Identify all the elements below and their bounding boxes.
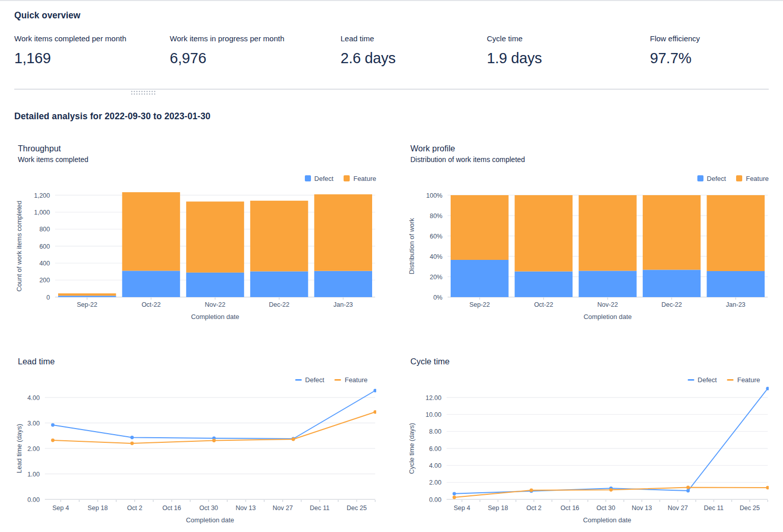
x-tick-label: Sep-22 bbox=[77, 301, 97, 308]
point-feature-dec-1 bbox=[686, 486, 690, 489]
y-tick-label: 12.00 bbox=[426, 394, 441, 402]
bar-oct-22-defect bbox=[122, 271, 180, 297]
throughput-chart-canvas: 02004006008001,0001,200Sep-22Oct-22Nov-2… bbox=[14, 185, 376, 324]
line-defect bbox=[53, 391, 375, 439]
lead-time-legend: DefectFeature bbox=[14, 375, 368, 384]
x-tick-label: Nov 13 bbox=[632, 504, 652, 512]
kpi-row: Work items completed per month 1,169 Wor… bbox=[14, 34, 769, 67]
bar-oct-22-feature bbox=[515, 195, 573, 272]
y-tick-label: 400 bbox=[39, 260, 50, 267]
x-axis-title: Completion date bbox=[191, 313, 240, 321]
legend-item-feature[interactable]: Feature bbox=[727, 376, 760, 384]
bar-dec-22-defect bbox=[643, 270, 701, 297]
x-axis-title: Completion date bbox=[584, 313, 632, 321]
lead-time-card: Lead time DefectFeature 0.001.002.003.00… bbox=[14, 356, 376, 525]
bar-sep-22-feature bbox=[451, 195, 509, 260]
quick-overview-title: Quick overview bbox=[14, 10, 769, 21]
y-tick-label: 4.00 bbox=[429, 462, 441, 469]
point-feature-sep-1 bbox=[51, 439, 55, 442]
y-tick-label: 10.00 bbox=[426, 411, 441, 418]
defect-swatch-icon bbox=[295, 379, 302, 381]
kpi-value: 2.6 days bbox=[341, 50, 487, 67]
legend-label: Feature bbox=[345, 376, 368, 384]
legend-label: Feature bbox=[737, 376, 760, 384]
x-tick-label: Dec-22 bbox=[269, 301, 289, 308]
legend-item-defect[interactable]: Defect bbox=[305, 175, 334, 182]
lead-time-chart-canvas: 0.001.002.003.004.00Sep 4Sep 18Oct 2Oct … bbox=[14, 386, 376, 525]
x-tick-label: Dec 11 bbox=[310, 504, 330, 512]
x-tick-label: Nov 27 bbox=[273, 504, 293, 512]
chart-title: Work profile bbox=[410, 143, 769, 153]
x-tick-label: Oct 2 bbox=[127, 504, 142, 512]
y-tick-label: 800 bbox=[39, 226, 50, 233]
point-feature-oct-1 bbox=[530, 489, 533, 492]
x-tick-label: Sep-22 bbox=[469, 301, 490, 308]
legend-item-defect[interactable]: Defect bbox=[295, 376, 325, 384]
drag-handle-icon[interactable] bbox=[130, 90, 156, 95]
bar-jan-23-feature bbox=[314, 194, 372, 271]
y-tick-label: 2.00 bbox=[429, 479, 441, 486]
detailed-analysis-title: Detailed analysis for 2022-09-30 to 2023… bbox=[14, 111, 769, 122]
throughput-card: Throughput Work items completed DefectFe… bbox=[14, 143, 376, 324]
y-axis-title: Lead time (days) bbox=[15, 424, 23, 473]
chart-title: Cycle time bbox=[410, 356, 769, 366]
bar-jan-23-feature bbox=[707, 195, 765, 271]
bar-nov-22-defect bbox=[579, 271, 637, 297]
section-divider bbox=[14, 89, 769, 96]
y-axis-title: Cycle time (days) bbox=[408, 423, 415, 474]
y-tick-label: 60% bbox=[430, 233, 442, 240]
y-axis-title: Count of work items completed bbox=[15, 201, 23, 291]
x-tick-label: Sep 4 bbox=[53, 504, 69, 512]
bar-sep-22-defect bbox=[58, 296, 116, 297]
legend-item-defect[interactable]: Defect bbox=[688, 376, 717, 384]
y-tick-label: 600 bbox=[39, 243, 50, 250]
feature-swatch-icon bbox=[334, 379, 341, 381]
point-defect-oct-1 bbox=[130, 436, 134, 439]
work-profile-legend: DefectFeature bbox=[407, 174, 769, 183]
legend-item-defect[interactable]: Defect bbox=[697, 175, 726, 182]
legend-item-feature[interactable]: Feature bbox=[334, 376, 368, 384]
dashboard-page: Quick overview Work items completed per … bbox=[0, 1, 783, 525]
point-defect-dec-1 bbox=[686, 489, 690, 493]
kpi-flow-efficiency: Flow efficiency 97.7% bbox=[650, 34, 769, 67]
x-tick-label: Jan-23 bbox=[726, 301, 745, 308]
legend-item-feature[interactable]: Feature bbox=[344, 175, 376, 182]
y-axis-title: Distribution of work bbox=[408, 218, 415, 274]
x-tick-label: Dec 25 bbox=[347, 504, 367, 512]
point-feature-oct-1 bbox=[130, 442, 134, 445]
bar-nov-22-feature bbox=[579, 195, 637, 271]
x-tick-label: Oct 16 bbox=[561, 504, 580, 512]
kpi-value: 1,169 bbox=[14, 50, 170, 67]
x-tick-label: Nov 27 bbox=[668, 504, 688, 512]
y-tick-label: 40% bbox=[430, 253, 442, 260]
x-axis-title: Completion date bbox=[583, 516, 632, 524]
throughput-legend: DefectFeature bbox=[14, 174, 376, 183]
x-tick-label: Nov-22 bbox=[205, 301, 225, 308]
x-tick-label: Oct 2 bbox=[526, 504, 541, 512]
kpi-value: 6,976 bbox=[170, 50, 341, 67]
legend-label: Defect bbox=[698, 376, 717, 384]
bar-sep-22-feature bbox=[58, 294, 116, 296]
legend-label: Feature bbox=[353, 175, 376, 182]
x-tick-label: Sep 18 bbox=[488, 504, 508, 512]
point-defect-sep-1 bbox=[51, 423, 55, 427]
x-tick-label: Dec-22 bbox=[661, 301, 682, 308]
bar-dec-22-feature bbox=[643, 195, 701, 270]
kpi-label: Lead time bbox=[341, 34, 487, 43]
bar-sep-22-defect bbox=[451, 260, 509, 297]
y-tick-label: 0% bbox=[433, 294, 442, 301]
x-tick-label: Sep 4 bbox=[454, 504, 471, 512]
x-tick-label: Oct 30 bbox=[596, 504, 615, 512]
legend-item-feature[interactable]: Feature bbox=[736, 175, 769, 182]
kpi-in-progress-per-month: Work items in progress per month 6,976 bbox=[170, 34, 341, 67]
kpi-lead-time: Lead time 2.6 days bbox=[341, 34, 487, 67]
divider-line bbox=[14, 89, 769, 90]
x-tick-label: Nov 13 bbox=[236, 504, 256, 512]
kpi-cycle-time: Cycle time 1.9 days bbox=[487, 34, 650, 67]
feature-swatch-icon bbox=[344, 175, 350, 181]
feature-swatch-icon bbox=[727, 379, 734, 381]
bar-jan-23-defect bbox=[707, 271, 765, 297]
chart-subtitle: Work items completed bbox=[18, 155, 376, 164]
bar-dec-22-defect bbox=[250, 272, 308, 298]
x-tick-label: Oct 30 bbox=[199, 504, 218, 512]
